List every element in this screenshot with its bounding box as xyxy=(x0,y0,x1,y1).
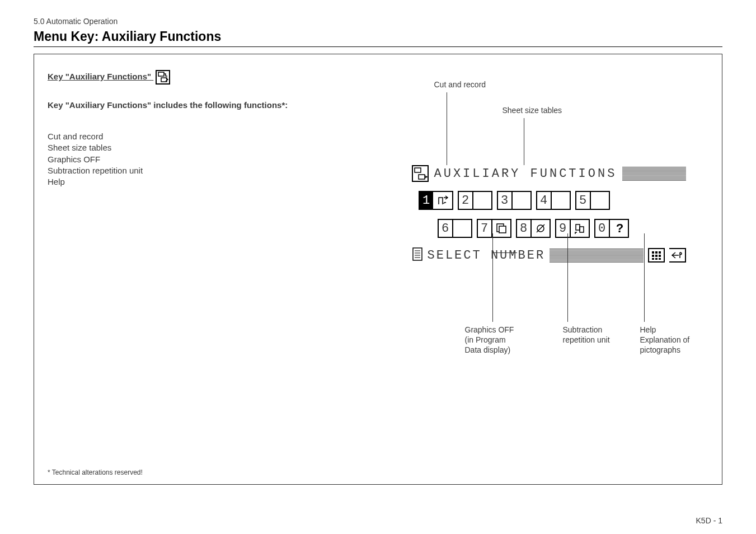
callout-text: pictographs xyxy=(640,345,690,355)
svg-rect-4 xyxy=(415,168,421,172)
callout-text: (in Program xyxy=(465,335,514,345)
svg-rect-5 xyxy=(419,175,425,179)
key-1[interactable]: 1 xyxy=(419,191,453,210)
callout-subtraction: Subtraction repetition unit xyxy=(563,325,610,345)
svg-rect-26 xyxy=(659,258,661,260)
key-num: 0 xyxy=(595,220,610,237)
svg-rect-19 xyxy=(655,251,658,254)
list-item: Cut and record xyxy=(48,131,378,142)
help-icon: ? xyxy=(610,220,628,237)
sheet-size-icon xyxy=(492,220,510,237)
list-item: Subtraction repetition unit xyxy=(48,165,378,176)
key-num: 6 xyxy=(439,220,453,237)
key-5[interactable]: 5 xyxy=(575,191,610,210)
callout-text: Subtraction xyxy=(563,325,610,335)
svg-rect-20 xyxy=(659,251,661,254)
left-column: Key "Auxiliary Functions" Key "Auxiliary… xyxy=(48,70,378,469)
lcd-title-text: AUXILIARY FUNCTIONS xyxy=(434,167,617,181)
main-content-box: Key "Auxiliary Functions" Key "Auxiliary… xyxy=(34,54,722,485)
list-icon xyxy=(412,247,423,264)
subtraction-repetition-icon xyxy=(571,220,589,237)
callout-help: Help Explanation of pictographs xyxy=(640,325,690,355)
callout-line xyxy=(567,233,568,322)
lcd-keys-row-1: 1 2 3 4 5 xyxy=(412,191,686,210)
lcd-bottom-text: SELECT NUMBER xyxy=(428,249,546,263)
svg-rect-7 xyxy=(499,226,506,233)
key-num: 8 xyxy=(517,220,532,237)
empty-icon xyxy=(513,192,530,209)
svg-rect-23 xyxy=(659,255,661,257)
auxiliary-functions-icon xyxy=(412,165,429,182)
key-3[interactable]: 3 xyxy=(497,191,532,210)
svg-rect-21 xyxy=(652,255,654,257)
key-heading: Key "Auxiliary Functions" xyxy=(48,70,170,85)
key-8[interactable]: 8 xyxy=(516,219,551,238)
list-item: Help xyxy=(48,176,378,188)
svg-rect-24 xyxy=(652,258,654,260)
function-list: Cut and record Sheet size tables Graphic… xyxy=(48,131,378,188)
callout-line xyxy=(492,252,517,253)
empty-icon xyxy=(453,220,471,237)
key-num: 1 xyxy=(420,192,434,209)
callout-graphics-off: Graphics OFF (in Program Data display) xyxy=(465,325,514,355)
svg-rect-1 xyxy=(158,72,164,76)
svg-text:?: ? xyxy=(616,222,623,235)
key-num: 7 xyxy=(478,220,492,237)
footnote: * Technical alterations reserved! xyxy=(48,469,143,476)
key-num: 2 xyxy=(459,192,473,209)
svg-rect-13 xyxy=(413,248,422,260)
callout-text: Help xyxy=(640,325,690,335)
callout-line xyxy=(644,233,645,322)
cut-record-icon xyxy=(434,192,452,209)
sub-heading: Key "Auxiliary Functions" includes the f… xyxy=(48,100,378,110)
callout-line xyxy=(492,233,493,322)
callout-line xyxy=(524,118,524,170)
page-title: Menu Key: Auxiliary Functions xyxy=(34,29,722,44)
key-2[interactable]: 2 xyxy=(458,191,492,210)
key-heading-text: Key "Auxiliary Functions" xyxy=(48,72,151,81)
list-item: Sheet size tables xyxy=(48,142,378,153)
lcd-bottom-bar: SELECT NUMBER xyxy=(412,247,686,264)
keypad-icon[interactable] xyxy=(648,248,665,263)
section-label: 5.0 Automatic Operation xyxy=(34,17,722,26)
empty-icon xyxy=(473,192,491,209)
page-number: K5D - 1 xyxy=(696,516,722,525)
svg-rect-18 xyxy=(652,251,654,254)
lcd-title-bar: AUXILIARY FUNCTIONS xyxy=(412,165,686,182)
title-rule xyxy=(34,46,722,47)
callout-cut-record: Cut and record xyxy=(434,80,486,89)
key-num: 4 xyxy=(537,192,552,209)
key-num: 5 xyxy=(576,192,591,209)
back-icon[interactable] xyxy=(669,248,686,263)
lcd-keys-row-2: 6 7 8 9 xyxy=(412,219,686,238)
empty-icon xyxy=(591,192,609,209)
key-0[interactable]: 0 ? xyxy=(594,219,629,238)
list-item: Graphics OFF xyxy=(48,154,378,165)
svg-line-9 xyxy=(537,224,544,232)
key-num: 9 xyxy=(556,220,571,237)
key-4[interactable]: 4 xyxy=(536,191,571,210)
callout-text: Data display) xyxy=(465,345,514,355)
svg-rect-10 xyxy=(576,224,580,230)
key-num: 3 xyxy=(498,192,513,209)
callout-text: repetition unit xyxy=(563,335,610,345)
svg-rect-25 xyxy=(655,258,658,260)
lcd-screen: AUXILIARY FUNCTIONS 1 2 3 xyxy=(412,165,686,273)
lcd-fill-pattern xyxy=(622,166,685,181)
empty-icon xyxy=(552,192,570,209)
callout-sheet-size: Sheet size tables xyxy=(503,106,562,115)
callout-text: Graphics OFF xyxy=(465,325,514,335)
key-9[interactable]: 9 xyxy=(555,219,590,238)
key-7[interactable]: 7 xyxy=(477,219,511,238)
svg-rect-22 xyxy=(655,255,658,257)
auxiliary-functions-icon xyxy=(156,70,170,85)
svg-rect-11 xyxy=(580,227,584,232)
right-column: Cut and record Sheet size tables AUXILIA… xyxy=(378,70,709,469)
graphics-off-icon xyxy=(532,220,550,237)
key-6[interactable]: 6 xyxy=(438,219,472,238)
callout-text: Explanation of xyxy=(640,335,690,345)
lcd-fill-pattern xyxy=(550,248,643,263)
